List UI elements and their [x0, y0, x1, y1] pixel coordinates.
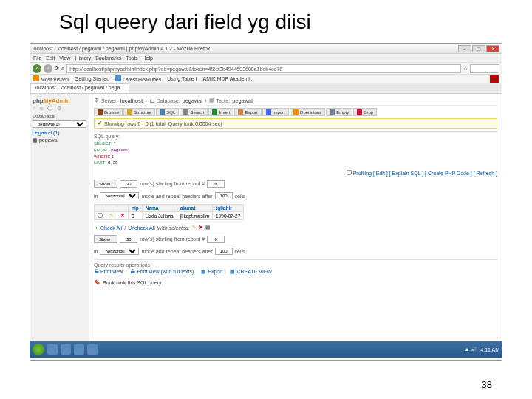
- taskbar-app-1[interactable]: [47, 344, 58, 355]
- bookmark-label: Bookmark this SQL query: [103, 280, 162, 285]
- selected-delete-icon[interactable]: ✕: [199, 225, 203, 231]
- tab-browse[interactable]: Browse: [94, 108, 123, 116]
- selected-edit-icon[interactable]: ✎: [192, 225, 197, 231]
- menu-tools[interactable]: Tools: [126, 55, 137, 61]
- th-nama[interactable]: Nama: [142, 205, 177, 212]
- show-button-2[interactable]: Show :: [94, 235, 117, 243]
- menu-edit[interactable]: Edit: [46, 55, 55, 61]
- bm-amik[interactable]: AMIK MDP Akademi...: [203, 76, 254, 81]
- tab-operations[interactable]: Operations: [290, 108, 325, 116]
- mode-select[interactable]: horizontal: [100, 192, 139, 200]
- server-icon: 🗄: [94, 98, 99, 103]
- favorite-icon[interactable]: ☆: [463, 66, 468, 72]
- taskbar-app-4[interactable]: [87, 344, 98, 355]
- export-icon: [238, 109, 243, 115]
- explain-link[interactable]: [ Explain SQL ]: [389, 171, 423, 176]
- rows-input-2[interactable]: [120, 236, 137, 243]
- export-link[interactable]: ▦ Export: [201, 269, 222, 275]
- start-input[interactable]: [207, 180, 225, 188]
- import-icon: [266, 109, 271, 115]
- tab-search[interactable]: Search: [180, 108, 208, 116]
- sidebar-icons[interactable]: ⌂ ⎋ 🛈 ⚙: [33, 106, 86, 112]
- insert-icon: [212, 109, 217, 115]
- structure-icon: [127, 109, 132, 115]
- cell-alamat: jl.kapt.muslim: [177, 212, 212, 220]
- reload-icon[interactable]: ⟳: [55, 66, 59, 72]
- search-icon: [183, 109, 188, 115]
- cells-input-2[interactable]: [215, 248, 233, 255]
- php-link[interactable]: [ Create PHP Code ]: [425, 171, 472, 176]
- maximize-button[interactable]: ▢: [472, 45, 485, 52]
- browser-tabs: localhost / localhost / pegawai / pega..…: [30, 83, 502, 94]
- th-alamat[interactable]: alamat: [177, 205, 212, 212]
- show-controls-2: in horizontal mode and repeat headers af…: [94, 190, 497, 202]
- tab-drop[interactable]: Drop: [353, 108, 377, 116]
- uncheck-all-link[interactable]: Uncheck All: [128, 225, 155, 231]
- menu-file[interactable]: File: [33, 55, 41, 61]
- search-box[interactable]: [470, 64, 499, 73]
- print-full-link[interactable]: 🖶 Print view (with full texts): [130, 269, 194, 275]
- row-checkbox[interactable]: [98, 213, 103, 218]
- results-table: nip Nama alamat tgllahir ✎ ✕ 0 Lisda Jul…: [94, 204, 244, 220]
- show-controls-3: Show : row(s) starting from record #: [94, 233, 497, 245]
- taskbar-app-2[interactable]: [61, 344, 71, 355]
- bookmarks-bar: Most Visited Getting Started Latest Head…: [30, 75, 502, 83]
- refresh-link[interactable]: [ Refresh ]: [474, 171, 497, 176]
- home-icon[interactable]: ⌂: [61, 66, 64, 71]
- mode-select-2[interactable]: horizontal: [100, 248, 139, 255]
- profiling-checkbox[interactable]: [347, 170, 352, 175]
- tab-import[interactable]: Import: [262, 108, 289, 116]
- print-view-link[interactable]: 🖶 Print view: [94, 269, 123, 275]
- system-tray[interactable]: ▲ 🔊 4:11 AM: [464, 347, 499, 352]
- th-nip[interactable]: nip: [129, 205, 143, 212]
- taskbar-app-3[interactable]: [74, 344, 84, 355]
- sql-code: SELECT * FROM `pegawai` WHERE 1 LIMIT 0,…: [94, 140, 497, 166]
- database-label: Database: [33, 114, 86, 119]
- cells-input[interactable]: [215, 192, 233, 200]
- close-button[interactable]: ✕: [486, 45, 499, 52]
- result-message: ✔ Showing rows 0 - 0 (1 total, Query too…: [94, 118, 497, 129]
- menu-view[interactable]: View: [59, 55, 70, 61]
- tab-export[interactable]: Export: [234, 108, 261, 116]
- show-button[interactable]: Show :: [94, 180, 117, 188]
- sidebar-db-link[interactable]: pegawai (1): [33, 130, 86, 135]
- browser-tab[interactable]: localhost / localhost / pegawai / pega..…: [30, 83, 129, 93]
- sidebar-table-item[interactable]: ▦ pegawai: [33, 137, 86, 143]
- bm-latest[interactable]: Latest Headlines: [115, 75, 161, 82]
- abp-icon[interactable]: ABP: [490, 75, 499, 83]
- url-input[interactable]: http://localhost/phpmyadmin/index.php?db…: [66, 64, 461, 73]
- bm-using-table[interactable]: Using Table I: [167, 76, 197, 81]
- query-results-title: Query results operations: [94, 259, 497, 267]
- bm-getting-started[interactable]: Getting Started: [75, 76, 109, 81]
- rows-input[interactable]: [120, 180, 137, 188]
- start-button[interactable]: [33, 344, 44, 355]
- cell-nip: 0: [129, 212, 143, 220]
- start-input-2[interactable]: [207, 236, 225, 243]
- bookmark-icon: 🔖: [94, 279, 100, 285]
- th-tgllahir[interactable]: tgllahir: [213, 205, 244, 212]
- titlebar: localhost / localhost / pegawai / pegawa…: [30, 44, 502, 54]
- menu-history[interactable]: History: [75, 55, 91, 61]
- bm-most-visited[interactable]: Most Visited: [33, 75, 69, 82]
- table-icon: ▦: [209, 98, 214, 103]
- create-view-link[interactable]: ▦ CREATE VIEW: [230, 269, 272, 275]
- query-results-ops: 🖶 Print view 🖶 Print view (with full tex…: [94, 269, 497, 275]
- tab-insert[interactable]: Insert: [208, 108, 233, 116]
- table-header-row: nip Nama alamat tgllahir: [95, 205, 244, 212]
- tab-structure[interactable]: Structure: [123, 108, 155, 116]
- delete-icon[interactable]: ✕: [120, 213, 125, 218]
- database-select[interactable]: pegawai(1): [33, 120, 86, 128]
- edit-icon[interactable]: ✎: [109, 213, 114, 218]
- check-all-link[interactable]: Check All: [100, 225, 122, 231]
- forward-button[interactable]: ›: [44, 64, 52, 73]
- menu-bookmarks[interactable]: Bookmarks: [95, 55, 121, 61]
- browser-window: localhost / localhost / pegawai / pegawa…: [30, 43, 502, 361]
- tab-sql[interactable]: SQL: [156, 108, 179, 116]
- operations-icon: [293, 109, 299, 115]
- tab-empty[interactable]: Empty: [326, 108, 352, 116]
- edit-link[interactable]: [ Edit ]: [373, 171, 388, 176]
- back-button[interactable]: ‹: [33, 64, 41, 73]
- selected-export-icon[interactable]: ▦: [205, 225, 211, 231]
- minimize-button[interactable]: –: [458, 45, 471, 52]
- menu-help[interactable]: Help: [143, 55, 153, 61]
